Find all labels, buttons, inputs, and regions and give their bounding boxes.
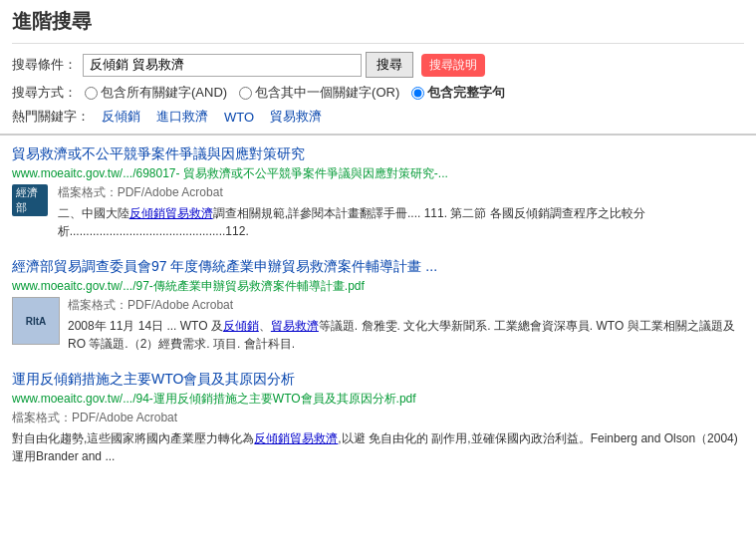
- result-title-1[interactable]: 經濟部貿易調查委員會97 年度傳統產業申辦貿易救濟案件輔導計畫 ...: [12, 258, 744, 276]
- method-exact-label: 包含完整字句: [427, 84, 505, 102]
- snippet-highlight-0-0: 反傾銷貿易救濟: [129, 206, 213, 220]
- result-content-0: 檔案格式：PDF/Adobe Acrobat 二、中國大陸反傾銷貿易救濟調查相關…: [58, 184, 744, 240]
- search-method-row: 搜尋方式： 包含所有關鍵字(AND) 包含其中一個關鍵字(OR) 包含完整字句: [12, 84, 744, 102]
- hot-keyword-0[interactable]: 反傾銷: [102, 108, 140, 126]
- method-exact[interactable]: 包含完整字句: [411, 84, 505, 102]
- result-item-2: 運用反傾銷措施之主要WTO會員及其原因分析 www.moeaitc.gov.tw…: [12, 371, 744, 465]
- result-snippet-0: 二、中國大陸反傾銷貿易救濟調查相關規範,詳參閱本計畫翻譯手冊.... 111. …: [58, 204, 744, 240]
- search-button[interactable]: 搜尋: [366, 52, 413, 78]
- hot-keywords-label: 熱門關鍵字：: [12, 108, 90, 126]
- result-url-0: www.moeaitc.gov.tw/.../698017- 貿易救濟或不公平競…: [12, 165, 744, 182]
- result-file-format-0: 檔案格式：PDF/Adobe Acrobat: [58, 184, 744, 201]
- result-url-1: www.moeaitc.gov.tw/.../97-傳統產業申辦貿易救濟案件輔導…: [12, 278, 744, 295]
- rita-logo: RItA: [12, 297, 60, 345]
- result-title-2[interactable]: 運用反傾銷措施之主要WTO會員及其原因分析: [12, 371, 744, 389]
- method-and[interactable]: 包含所有關鍵字(AND): [85, 84, 227, 102]
- result-badge-0: 經濟部: [12, 184, 52, 216]
- results-area: 貿易救濟或不公平競爭案件爭議與因應對策研究 www.moeaitc.gov.tw…: [0, 136, 756, 493]
- search-condition-label: 搜尋條件：: [12, 56, 77, 74]
- hot-keyword-3[interactable]: 貿易救濟: [270, 108, 322, 126]
- method-or[interactable]: 包含其中一個關鍵字(OR): [239, 84, 399, 102]
- method-and-label: 包含所有關鍵字(AND): [101, 84, 227, 102]
- snippet-highlight-1-1: 貿易救濟: [271, 319, 319, 333]
- search-input[interactable]: [83, 54, 362, 77]
- result-url-2: www.moeaitc.gov.tw/.../94-運用反傾銷措施之主要WTO會…: [12, 391, 744, 408]
- help-button[interactable]: 搜尋說明: [421, 54, 485, 77]
- snippet-highlight-2-0: 反傾銷貿易救濟: [254, 431, 338, 445]
- rita-logo-text: RItA: [26, 316, 47, 327]
- result-badge-row-0: 經濟部 檔案格式：PDF/Adobe Acrobat 二、中國大陸反傾銷貿易救濟…: [12, 184, 744, 240]
- hot-keyword-2[interactable]: WTO: [224, 110, 254, 125]
- result-title-0[interactable]: 貿易救濟或不公平競爭案件爭議與因應對策研究: [12, 145, 744, 163]
- badge-tag-0: 經濟部: [12, 184, 48, 216]
- method-or-label: 包含其中一個關鍵字(OR): [255, 84, 399, 102]
- result-content-1: 檔案格式：PDF/Adobe Acrobat 2008年 11月 14日 ...…: [68, 297, 744, 353]
- result-file-format-1: 檔案格式：PDF/Adobe Acrobat: [68, 297, 744, 314]
- method-label: 搜尋方式：: [12, 84, 77, 102]
- result-item-1: 經濟部貿易調查委員會97 年度傳統產業申辦貿易救濟案件輔導計畫 ... www.…: [12, 258, 744, 353]
- result-item-0: 貿易救濟或不公平競爭案件爭議與因應對策研究 www.moeaitc.gov.tw…: [12, 145, 744, 240]
- result-snippet-2: 對自由化趨勢,這些國家將國內產業壓力轉化為反傾銷貿易救濟,以避 免自由化的 副作…: [12, 429, 744, 465]
- hot-keyword-1[interactable]: 進口救濟: [156, 108, 208, 126]
- page-title: 進階搜尋: [12, 8, 744, 35]
- search-condition-row: 搜尋條件： 搜尋 搜尋說明: [12, 52, 744, 78]
- result-badge-row-1: RItA 檔案格式：PDF/Adobe Acrobat 2008年 11月 14…: [12, 297, 744, 353]
- hot-keywords-row: 熱門關鍵字： 反傾銷 進口救濟 WTO 貿易救濟: [12, 108, 744, 126]
- snippet-highlight-1-0: 反傾銷: [223, 319, 259, 333]
- result-file-format-2: 檔案格式：PDF/Adobe Acrobat: [12, 410, 744, 426]
- result-snippet-1: 2008年 11月 14日 ... WTO 及反傾銷、貿易救濟等議題. 詹雅雯.…: [68, 317, 744, 353]
- page-header: 進階搜尋 搜尋條件： 搜尋 搜尋說明 搜尋方式： 包含所有關鍵字(AND) 包含…: [0, 0, 756, 136]
- header-divider: [12, 43, 744, 44]
